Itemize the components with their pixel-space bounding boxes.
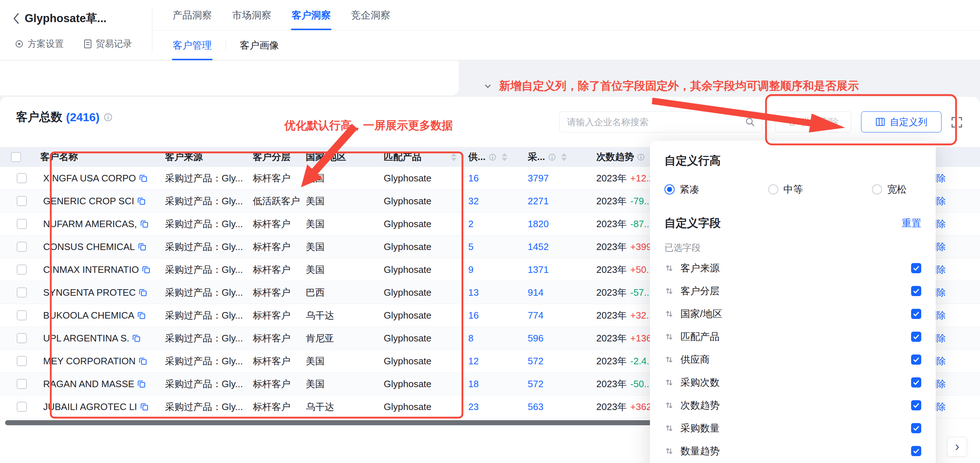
purchase-count-link[interactable]: 596 [528,333,543,344]
purchase-count-link[interactable]: 2271 [528,196,549,207]
row-checkbox[interactable] [17,219,27,229]
tab-market-insight[interactable]: 市场洞察 [231,0,272,30]
menu-item-trade-records[interactable]: 贸易记录 [83,38,132,50]
drag-handle-icon[interactable] [665,378,674,387]
row-checkbox[interactable] [17,242,27,252]
supplier-count-link[interactable]: 5 [468,241,473,252]
purchase-count-link[interactable]: 1371 [528,264,549,275]
supplier-count-link[interactable]: 18 [468,378,479,390]
customer-name[interactable]: XINGFA USA CORPO [43,173,136,184]
row-checkbox[interactable] [17,287,27,297]
customer-name[interactable]: NUFARM AMERICAS, [43,219,137,230]
tab-customer-profile[interactable]: 客户画像 [239,30,280,60]
customer-name[interactable]: JUBAILI AGROTEC LI [43,401,137,413]
drag-handle-icon[interactable] [665,309,674,319]
info-icon[interactable] [637,153,645,161]
customer-name[interactable]: SYNGENTA PROTEC [43,287,136,298]
row-checkbox[interactable] [17,173,27,183]
row-height-option-medium[interactable]: 中等 [768,183,803,196]
radio-icon[interactable] [872,184,882,195]
drag-handle-icon[interactable] [665,332,674,342]
customer-name[interactable]: RAGAN AND MASSE [43,378,134,390]
sort-icon[interactable] [451,153,457,161]
field-checkbox[interactable] [911,263,921,273]
row-checkbox[interactable] [17,265,27,275]
supplier-count-link[interactable]: 16 [468,173,479,184]
radio-icon[interactable] [665,184,675,195]
back-icon[interactable] [12,11,20,26]
copy-icon[interactable] [132,334,141,343]
drag-handle-icon[interactable] [665,263,674,273]
horizontal-scrollbar[interactable] [5,420,654,425]
info-icon[interactable] [548,153,556,161]
supplier-count-link[interactable]: 23 [468,401,479,413]
drag-handle-icon[interactable] [665,401,674,410]
menu-item-scheme-settings[interactable]: 方案设置 [14,38,64,50]
drag-handle-icon[interactable] [665,355,674,364]
purchase-count-link[interactable]: 1452 [528,241,549,252]
copy-icon[interactable] [137,197,146,205]
drag-handle-icon[interactable] [665,446,674,456]
row-checkbox[interactable] [17,379,27,389]
supplier-count-link[interactable]: 12 [468,356,479,367]
field-checkbox[interactable] [911,400,921,410]
supplier-count-link[interactable]: 13 [468,287,479,298]
purchase-count-link[interactable]: 774 [528,310,543,321]
tab-customer-insight[interactable]: 客户洞察 [291,0,331,30]
row-checkbox[interactable] [17,196,27,206]
field-checkbox[interactable] [911,354,921,365]
row-checkbox[interactable] [17,356,27,366]
next-page-button[interactable]: › [947,437,967,457]
purchase-count-link[interactable]: 563 [528,401,543,413]
copy-icon[interactable] [142,265,151,274]
customer-name[interactable]: CONSUS CHEMICAL [43,241,135,252]
purchase-count-link[interactable]: 914 [528,287,543,298]
customer-name[interactable]: UPL ARGENTINA S. [43,333,129,344]
reset-link[interactable]: 重置 [902,217,921,230]
purchase-count-link[interactable]: 572 [528,378,543,390]
tab-customer-management[interactable]: 客户管理 [172,30,213,60]
supplier-count-link[interactable]: 9 [468,264,473,275]
batch-delete-button[interactable]: 批量删除 [775,112,851,133]
copy-icon[interactable] [138,288,147,297]
copy-icon[interactable] [139,174,148,182]
field-checkbox[interactable] [911,309,921,319]
supplier-count-link[interactable]: 16 [468,310,479,321]
search-icon[interactable] [745,117,756,127]
search-input[interactable] [566,117,745,128]
copy-icon[interactable] [138,357,147,366]
copy-icon[interactable] [138,243,146,251]
customer-name[interactable]: GENERIC CROP SCI [43,196,134,207]
row-checkbox[interactable] [17,333,27,343]
sort-icon[interactable] [561,153,567,161]
copy-icon[interactable] [137,311,146,320]
purchase-count-link[interactable]: 1820 [528,219,549,230]
purchase-count-link[interactable]: 3797 [528,173,549,184]
info-icon[interactable] [488,153,496,161]
row-height-option-loose[interactable]: 宽松 [872,183,907,196]
field-checkbox[interactable] [911,286,921,296]
fullscreen-button[interactable] [950,115,964,129]
row-checkbox[interactable] [17,402,27,412]
customer-name[interactable]: BUKOOLA CHEMICA [43,310,134,321]
field-checkbox[interactable] [911,446,921,456]
copy-icon[interactable] [140,402,149,411]
chevron-down-icon[interactable] [482,81,493,91]
drag-handle-icon[interactable] [665,423,674,433]
row-height-option-compact[interactable]: 紧凑 [665,183,699,196]
select-all-checkbox[interactable] [11,152,21,162]
field-checkbox[interactable] [911,332,921,342]
supplier-count-link[interactable]: 8 [468,333,473,344]
copy-icon[interactable] [137,380,146,388]
tab-product-insight[interactable]: 产品洞察 [172,0,213,30]
supplier-count-link[interactable]: 2 [468,219,473,230]
copy-icon[interactable] [140,220,149,228]
purchase-count-link[interactable]: 572 [528,356,543,367]
field-checkbox[interactable] [911,377,921,388]
supplier-count-link[interactable]: 32 [468,196,479,207]
sort-icon[interactable] [502,153,508,161]
customer-name[interactable]: MEY CORPORATION [43,356,136,367]
customize-columns-button[interactable]: 自定义列 [861,112,942,133]
row-checkbox[interactable] [17,310,27,320]
customer-name[interactable]: CINMAX INTERNATIO [43,264,139,275]
